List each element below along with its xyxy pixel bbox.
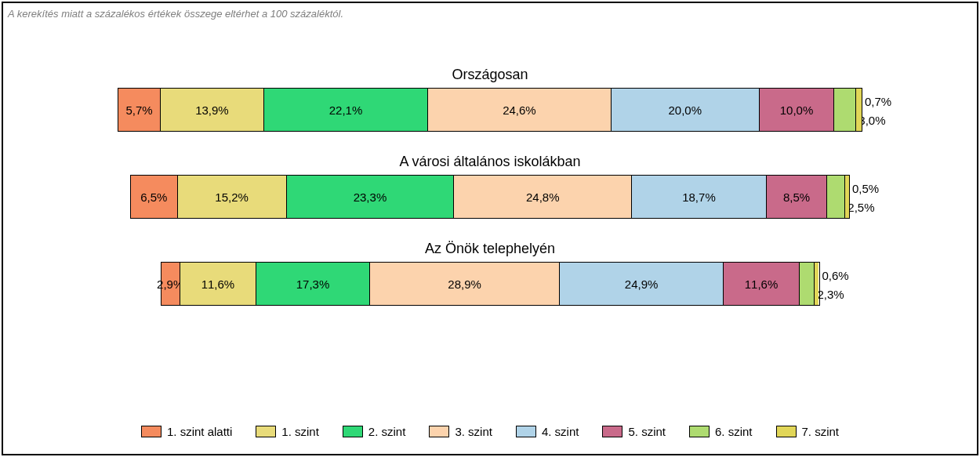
bar-row: 6,5%15,2%23,3%24,8%18,7%8,5%2,5%0,5% — [130, 175, 850, 219]
bar-segment: 10,0% — [760, 89, 834, 131]
bar-group: Az Önök telephelyén2,9%11,6%17,3%28,9%24… — [113, 241, 867, 306]
bar-segment: 0,5% — [845, 176, 849, 218]
bar-group: A városi általános iskolákban6,5%15,2%23… — [113, 154, 867, 219]
bar-segment: 24,6% — [428, 89, 611, 131]
legend-label: 1. szint — [281, 425, 319, 438]
bar-segment: 18,7% — [632, 176, 766, 218]
bar-segment: 11,6% — [724, 263, 800, 305]
bar-segment-label: 0,5% — [852, 182, 879, 195]
chart-container: A kerekítés miatt a százalékos értékek ö… — [2, 2, 978, 455]
legend-item: 1. szint alatti — [141, 425, 232, 438]
bar-segment: 0,7% — [856, 89, 862, 131]
bar-title: Az Önök telephelyén — [113, 241, 867, 257]
legend-label: 5. szint — [628, 425, 666, 438]
bar-row: 5,7%13,9%22,1%24,6%20,0%10,0%3,0%0,7% — [118, 88, 862, 132]
bar-segment-label: 0,6% — [822, 269, 848, 282]
bar-segment: 15,2% — [178, 176, 287, 218]
legend-swatch — [429, 426, 449, 437]
legend-item: 3. szint — [429, 425, 492, 438]
bar-segment: 11,6% — [180, 263, 256, 305]
bars-area: Országosan5,7%13,9%22,1%24,6%20,0%10,0%3… — [3, 67, 977, 306]
bar-segment: 17,3% — [256, 263, 370, 305]
legend-item: 5. szint — [602, 425, 666, 438]
bar-segment-label: 2,3% — [817, 288, 844, 301]
bar-segment: 5,7% — [118, 89, 161, 131]
legend-label: 2. szint — [368, 425, 406, 438]
bar-segment: 24,9% — [560, 263, 724, 305]
bar-segment: 3,0% — [834, 89, 856, 131]
legend-swatch — [141, 426, 162, 437]
legend-swatch — [516, 426, 536, 437]
legend-label: 3. szint — [455, 425, 492, 438]
bar-title: Országosan — [113, 67, 867, 83]
legend-label: 1. szint alatti — [167, 425, 232, 438]
bar-segment: 2,5% — [827, 176, 845, 218]
legend-swatch — [343, 426, 363, 437]
legend-swatch — [689, 426, 710, 437]
legend: 1. szint alatti1. szint2. szint3. szint4… — [3, 425, 977, 438]
bar-segment: 22,1% — [264, 89, 429, 131]
legend-swatch — [776, 426, 797, 437]
legend-swatch — [602, 426, 622, 437]
chart-note: A kerekítés miatt a százalékos értékek ö… — [3, 8, 977, 20]
bar-segment-label: 3,0% — [858, 114, 885, 127]
bar-segment: 28,9% — [370, 263, 560, 305]
bar-segment: 23,3% — [287, 176, 454, 218]
bar-segment: 20,0% — [612, 89, 760, 131]
bar-segment: 8,5% — [767, 176, 828, 218]
bar-title: A városi általános iskolákban — [113, 154, 867, 170]
legend-item: 2. szint — [343, 425, 406, 438]
bar-segment: 6,5% — [131, 176, 178, 218]
bar-segment-label: 2,5% — [848, 201, 874, 214]
bar-segment: 0,6% — [815, 263, 818, 305]
legend-label: 6. szint — [715, 425, 753, 438]
bar-segment: 13,9% — [161, 89, 264, 131]
bar-segment: 2,3% — [800, 263, 815, 305]
legend-item: 1. szint — [256, 425, 319, 438]
legend-item: 7. szint — [776, 425, 840, 438]
legend-label: 7. szint — [802, 425, 840, 438]
bar-row: 2,9%11,6%17,3%28,9%24,9%11,6%2,3%0,6% — [161, 262, 820, 306]
legend-label: 4. szint — [542, 425, 579, 438]
bar-segment: 2,9% — [162, 263, 180, 305]
bar-segment: 24,8% — [454, 176, 632, 218]
legend-swatch — [256, 426, 276, 437]
bar-group: Országosan5,7%13,9%22,1%24,6%20,0%10,0%3… — [113, 67, 867, 132]
legend-item: 6. szint — [689, 425, 753, 438]
bar-segment-label: 0,7% — [865, 95, 891, 108]
legend-item: 4. szint — [516, 425, 579, 438]
